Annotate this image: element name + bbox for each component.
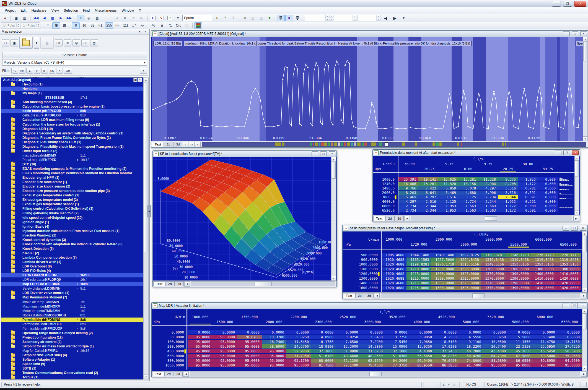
open-project-button[interactable] — [19, 37, 33, 49]
map-wizard-button[interactable]: ∗ — [64, 39, 71, 46]
filter-projects-button[interactable]: P — [166, 15, 173, 21]
table-cell[interactable]: 95.0000 — [533, 363, 557, 367]
font-size-right[interactable]: 14 Point▲▼ — [21, 22, 40, 28]
tree-folder-row[interactable]: LDR Overboost (8) — [1, 264, 143, 269]
vertical-scrollbar[interactable]: ▲▼ — [583, 37, 588, 141]
table-cell[interactable]: 46.5450 — [533, 349, 557, 353]
column-header-label[interactable]: 6000.000 — [533, 315, 557, 319]
menu-item--[interactable]: ? — [136, 8, 143, 13]
menu-item-selection[interactable]: Selection — [61, 8, 81, 13]
row-header-label[interactable]: 1300.0000 — [343, 276, 378, 280]
table-cell[interactable]: 3.906 — [478, 191, 498, 195]
table-cell[interactable]: 58.6000 — [262, 344, 286, 349]
table-cell[interactable]: 1313.5156 — [456, 262, 481, 266]
nav-first-button[interactable]: ◀◀ — [32, 15, 40, 21]
table-cell[interactable]: 95.0000 — [237, 349, 262, 353]
table-cell[interactable]: 37.1800 — [311, 349, 336, 353]
table-cell[interactable]: 2.344 — [418, 208, 438, 212]
table-cell[interactable]: 13.281 — [418, 182, 438, 186]
tree-folder-row[interactable]: Filling control (Calculation DK Sollwink… — [1, 206, 143, 211]
table-cell[interactable]: 1420.0000 — [556, 276, 581, 280]
tree-folder-row[interactable]: Diagnosis Secondary air system with stea… — [1, 131, 143, 136]
table-cell[interactable]: 4.297 — [418, 195, 438, 199]
table-cell[interactable]: 0.0000 — [188, 330, 213, 334]
table-cell[interactable]: 9.375 — [498, 177, 518, 181]
tree-root-row[interactable]: Audi S3 (Original)▤✕ — [1, 78, 143, 82]
table-cell[interactable]: 27.4350 — [557, 344, 582, 349]
scroll-down-icon[interactable]: ▼ — [144, 375, 148, 379]
table-cell[interactable]: 37.2450 — [434, 349, 459, 353]
new-map-button[interactable]: □ — [2, 39, 9, 46]
row-header-label[interactable]: 2000.0 — [373, 191, 395, 195]
table-cell[interactable]: 0.0000 — [434, 330, 459, 334]
matrix-view-button[interactable]: ▩ — [61, 22, 68, 29]
table-cell[interactable]: 95.0000 — [213, 340, 237, 344]
tree-folder-row[interactable]: Project configuration (12) — [1, 335, 143, 340]
tree-folder-row[interactable]: Injection duration calculation ti From r… — [1, 229, 143, 233]
table-cell[interactable]: 95.0000 — [483, 363, 508, 367]
table-cell[interactable]: 1370.0000 — [481, 286, 506, 290]
window-minimize-button[interactable]: – — [312, 151, 318, 156]
window-close-button[interactable]: ✕ — [572, 150, 579, 155]
row-header-label[interactable]: 1480.0 — [373, 186, 395, 190]
table-cell[interactable]: 1380.0000 — [556, 267, 581, 271]
table-cell[interactable]: 2.734 — [458, 199, 478, 204]
vertical-scrollbar[interactable]: ▲▼ — [574, 156, 579, 215]
table-cell[interactable]: 64.2000 — [385, 358, 410, 363]
window-restore-button[interactable]: ❐ — [572, 31, 578, 36]
tab-nav-button[interactable]: ▶ — [581, 293, 587, 298]
table-cell[interactable]: 3.6450 — [360, 335, 385, 339]
table-cell[interactable]: 95.0000 — [188, 358, 213, 363]
column-header-label[interactable]: 1000.000 — [188, 315, 213, 319]
column-header-label[interactable]: 0.00 — [458, 167, 478, 171]
table-cell[interactable]: 53.5650 — [410, 354, 434, 358]
table-cell[interactable]: 1082.8125 — [456, 253, 481, 257]
table-cell[interactable]: 95.0000 — [508, 363, 533, 367]
tree-folder-row[interactable]: KRACT (2) — [1, 251, 143, 255]
tree-folder-row[interactable]: Testers Communications; Observations rea… — [1, 371, 143, 375]
tab-3d[interactable]: 3d — [173, 142, 183, 147]
tree-folder-row[interactable]: Ignition angle (1) — [1, 220, 143, 224]
table-cell[interactable]: 1390.0000 — [506, 272, 531, 276]
table-cell[interactable]: 3.9850 — [410, 335, 434, 339]
filter-button-8[interactable]: Off — [64, 68, 72, 74]
table-cell[interactable]: 15.625 — [438, 177, 458, 181]
tab-3d[interactable]: 3d — [365, 293, 374, 298]
table-cell[interactable]: 51.0300 — [385, 354, 410, 358]
table-cell[interactable]: 24.5700 — [286, 344, 311, 349]
table-cell[interactable]: 1390.0000 — [506, 286, 531, 290]
row-header-label[interactable]: 1240.0 — [373, 182, 395, 186]
table-cell[interactable]: 63.1200 — [336, 358, 360, 363]
table-cell[interactable]: 95.0000 — [262, 349, 286, 353]
table-cell[interactable]: 23.5950 — [533, 344, 557, 349]
table-cell[interactable]: 1325.0000 — [456, 276, 481, 280]
table-cell[interactable]: 5.0250 — [483, 335, 508, 339]
projects-versions-maps-combo[interactable]: Projects, Versions & Maps: (Ctrl+Shift+F… — [2, 59, 147, 66]
table-cell[interactable]: 60.4200 — [459, 354, 483, 358]
tree-folder-row[interactable]: Exhaust gas temperature control (1) — [1, 193, 143, 197]
table-cell[interactable]: 7.5450 — [385, 340, 410, 344]
column-header-label[interactable]: 5000.000 — [481, 237, 506, 241]
tree-folder-row[interactable]: Torque (1) — [1, 375, 143, 379]
table-cell[interactable]: 1325.0000 — [456, 272, 481, 276]
tree-folder-row[interactable]: Knock Detection (6) — [1, 246, 143, 251]
tree-folder-row[interactable]: Encoder signal HFM (1) — [1, 175, 143, 180]
panel-close-icon[interactable]: ✕ — [143, 30, 147, 33]
prev-difference-button[interactable]: ◀ — [381, 15, 390, 21]
table-cell[interactable]: 0.0000 — [483, 330, 508, 334]
tab-3d[interactable]: 3d — [175, 281, 184, 286]
table-cell[interactable]: 1198.8281 — [481, 253, 506, 257]
scroll-down-icon[interactable]: ▼ — [575, 210, 579, 215]
filter-functions-button[interactable]: F — [149, 15, 157, 21]
table-cell[interactable]: 1.953 — [518, 177, 538, 181]
table-cell[interactable]: 71.7950 — [286, 354, 311, 358]
vertical-scrollbar[interactable]: ▲▼ — [582, 231, 587, 293]
table-cell[interactable]: 67.5800 — [508, 354, 533, 358]
tab-nav-button[interactable]: ◀ — [183, 371, 189, 377]
scroll-thumb[interactable] — [144, 83, 148, 252]
column-header-label[interactable]: 5500.000 — [506, 242, 531, 246]
column-header-label[interactable]: 30.00 — [518, 162, 538, 166]
table-cell[interactable]: 51.6100 — [311, 354, 336, 358]
table-cell[interactable]: 1370.0000 — [481, 272, 506, 276]
table-cell[interactable]: 15.0900 — [385, 344, 410, 349]
